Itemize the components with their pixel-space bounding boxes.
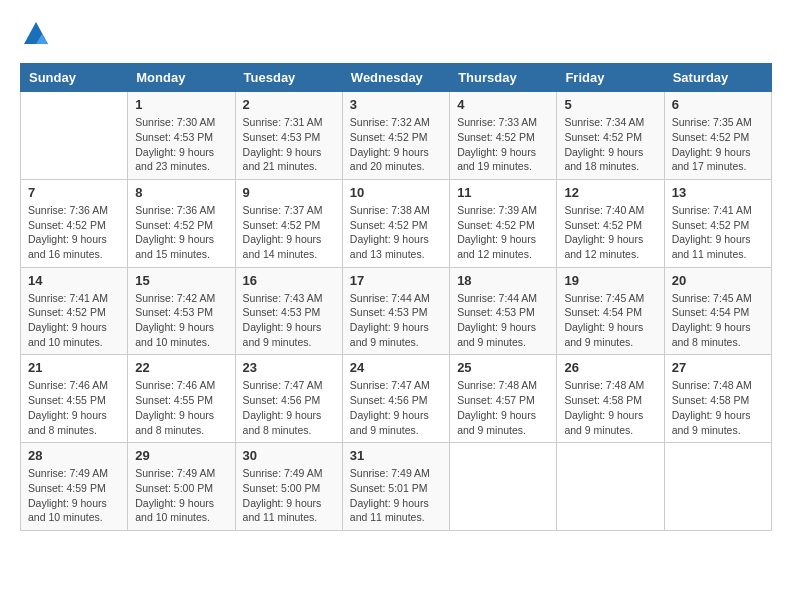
day-info: Sunrise: 7:49 AM Sunset: 5:00 PM Dayligh… (243, 466, 335, 525)
day-info: Sunrise: 7:37 AM Sunset: 4:52 PM Dayligh… (243, 203, 335, 262)
calendar-cell: 18Sunrise: 7:44 AM Sunset: 4:53 PM Dayli… (450, 267, 557, 355)
day-number: 22 (135, 360, 227, 375)
day-info: Sunrise: 7:45 AM Sunset: 4:54 PM Dayligh… (564, 291, 656, 350)
calendar-cell: 9Sunrise: 7:37 AM Sunset: 4:52 PM Daylig… (235, 179, 342, 267)
day-number: 19 (564, 273, 656, 288)
calendar-table: SundayMondayTuesdayWednesdayThursdayFrid… (20, 63, 772, 531)
day-info: Sunrise: 7:49 AM Sunset: 5:00 PM Dayligh… (135, 466, 227, 525)
day-info: Sunrise: 7:36 AM Sunset: 4:52 PM Dayligh… (28, 203, 120, 262)
day-number: 31 (350, 448, 442, 463)
logo-icon (22, 20, 50, 48)
calendar-cell: 4Sunrise: 7:33 AM Sunset: 4:52 PM Daylig… (450, 92, 557, 180)
day-number: 2 (243, 97, 335, 112)
calendar-cell (664, 443, 771, 531)
day-info: Sunrise: 7:46 AM Sunset: 4:55 PM Dayligh… (135, 378, 227, 437)
day-info: Sunrise: 7:46 AM Sunset: 4:55 PM Dayligh… (28, 378, 120, 437)
day-number: 1 (135, 97, 227, 112)
calendar-cell: 20Sunrise: 7:45 AM Sunset: 4:54 PM Dayli… (664, 267, 771, 355)
day-number: 8 (135, 185, 227, 200)
calendar-cell: 2Sunrise: 7:31 AM Sunset: 4:53 PM Daylig… (235, 92, 342, 180)
calendar-cell: 27Sunrise: 7:48 AM Sunset: 4:58 PM Dayli… (664, 355, 771, 443)
day-info: Sunrise: 7:44 AM Sunset: 4:53 PM Dayligh… (350, 291, 442, 350)
calendar-header-row: SundayMondayTuesdayWednesdayThursdayFrid… (21, 64, 772, 92)
header-sunday: Sunday (21, 64, 128, 92)
day-info: Sunrise: 7:44 AM Sunset: 4:53 PM Dayligh… (457, 291, 549, 350)
day-number: 10 (350, 185, 442, 200)
day-number: 20 (672, 273, 764, 288)
day-number: 17 (350, 273, 442, 288)
day-info: Sunrise: 7:33 AM Sunset: 4:52 PM Dayligh… (457, 115, 549, 174)
page-header (20, 20, 772, 53)
day-number: 27 (672, 360, 764, 375)
day-number: 30 (243, 448, 335, 463)
calendar-cell: 3Sunrise: 7:32 AM Sunset: 4:52 PM Daylig… (342, 92, 449, 180)
calendar-cell: 13Sunrise: 7:41 AM Sunset: 4:52 PM Dayli… (664, 179, 771, 267)
calendar-cell (557, 443, 664, 531)
day-info: Sunrise: 7:48 AM Sunset: 4:58 PM Dayligh… (564, 378, 656, 437)
day-info: Sunrise: 7:48 AM Sunset: 4:57 PM Dayligh… (457, 378, 549, 437)
calendar-cell: 30Sunrise: 7:49 AM Sunset: 5:00 PM Dayli… (235, 443, 342, 531)
calendar-cell: 25Sunrise: 7:48 AM Sunset: 4:57 PM Dayli… (450, 355, 557, 443)
calendar-cell: 23Sunrise: 7:47 AM Sunset: 4:56 PM Dayli… (235, 355, 342, 443)
day-info: Sunrise: 7:41 AM Sunset: 4:52 PM Dayligh… (672, 203, 764, 262)
calendar-week-5: 28Sunrise: 7:49 AM Sunset: 4:59 PM Dayli… (21, 443, 772, 531)
day-number: 12 (564, 185, 656, 200)
day-number: 11 (457, 185, 549, 200)
header-thursday: Thursday (450, 64, 557, 92)
day-number: 24 (350, 360, 442, 375)
day-number: 18 (457, 273, 549, 288)
day-number: 29 (135, 448, 227, 463)
day-number: 16 (243, 273, 335, 288)
day-info: Sunrise: 7:36 AM Sunset: 4:52 PM Dayligh… (135, 203, 227, 262)
header-monday: Monday (128, 64, 235, 92)
day-number: 5 (564, 97, 656, 112)
day-info: Sunrise: 7:34 AM Sunset: 4:52 PM Dayligh… (564, 115, 656, 174)
day-number: 13 (672, 185, 764, 200)
calendar-cell: 19Sunrise: 7:45 AM Sunset: 4:54 PM Dayli… (557, 267, 664, 355)
calendar-cell: 21Sunrise: 7:46 AM Sunset: 4:55 PM Dayli… (21, 355, 128, 443)
day-info: Sunrise: 7:41 AM Sunset: 4:52 PM Dayligh… (28, 291, 120, 350)
calendar-cell: 31Sunrise: 7:49 AM Sunset: 5:01 PM Dayli… (342, 443, 449, 531)
calendar-cell: 5Sunrise: 7:34 AM Sunset: 4:52 PM Daylig… (557, 92, 664, 180)
day-number: 21 (28, 360, 120, 375)
header-saturday: Saturday (664, 64, 771, 92)
calendar-cell: 14Sunrise: 7:41 AM Sunset: 4:52 PM Dayli… (21, 267, 128, 355)
day-info: Sunrise: 7:47 AM Sunset: 4:56 PM Dayligh… (243, 378, 335, 437)
calendar-cell: 11Sunrise: 7:39 AM Sunset: 4:52 PM Dayli… (450, 179, 557, 267)
calendar-cell: 6Sunrise: 7:35 AM Sunset: 4:52 PM Daylig… (664, 92, 771, 180)
day-number: 3 (350, 97, 442, 112)
day-number: 4 (457, 97, 549, 112)
day-number: 15 (135, 273, 227, 288)
calendar-cell: 12Sunrise: 7:40 AM Sunset: 4:52 PM Dayli… (557, 179, 664, 267)
calendar-week-3: 14Sunrise: 7:41 AM Sunset: 4:52 PM Dayli… (21, 267, 772, 355)
calendar-cell: 28Sunrise: 7:49 AM Sunset: 4:59 PM Dayli… (21, 443, 128, 531)
day-info: Sunrise: 7:45 AM Sunset: 4:54 PM Dayligh… (672, 291, 764, 350)
header-friday: Friday (557, 64, 664, 92)
day-info: Sunrise: 7:48 AM Sunset: 4:58 PM Dayligh… (672, 378, 764, 437)
day-info: Sunrise: 7:47 AM Sunset: 4:56 PM Dayligh… (350, 378, 442, 437)
day-number: 7 (28, 185, 120, 200)
day-number: 9 (243, 185, 335, 200)
calendar-cell: 16Sunrise: 7:43 AM Sunset: 4:53 PM Dayli… (235, 267, 342, 355)
day-number: 28 (28, 448, 120, 463)
calendar-cell: 17Sunrise: 7:44 AM Sunset: 4:53 PM Dayli… (342, 267, 449, 355)
day-info: Sunrise: 7:40 AM Sunset: 4:52 PM Dayligh… (564, 203, 656, 262)
day-number: 25 (457, 360, 549, 375)
day-info: Sunrise: 7:43 AM Sunset: 4:53 PM Dayligh… (243, 291, 335, 350)
calendar-cell (21, 92, 128, 180)
calendar-cell: 29Sunrise: 7:49 AM Sunset: 5:00 PM Dayli… (128, 443, 235, 531)
calendar-cell: 26Sunrise: 7:48 AM Sunset: 4:58 PM Dayli… (557, 355, 664, 443)
day-info: Sunrise: 7:30 AM Sunset: 4:53 PM Dayligh… (135, 115, 227, 174)
day-number: 6 (672, 97, 764, 112)
header-wednesday: Wednesday (342, 64, 449, 92)
day-info: Sunrise: 7:39 AM Sunset: 4:52 PM Dayligh… (457, 203, 549, 262)
calendar-week-2: 7Sunrise: 7:36 AM Sunset: 4:52 PM Daylig… (21, 179, 772, 267)
day-number: 26 (564, 360, 656, 375)
calendar-cell: 8Sunrise: 7:36 AM Sunset: 4:52 PM Daylig… (128, 179, 235, 267)
day-info: Sunrise: 7:49 AM Sunset: 5:01 PM Dayligh… (350, 466, 442, 525)
calendar-week-1: 1Sunrise: 7:30 AM Sunset: 4:53 PM Daylig… (21, 92, 772, 180)
day-info: Sunrise: 7:42 AM Sunset: 4:53 PM Dayligh… (135, 291, 227, 350)
day-info: Sunrise: 7:31 AM Sunset: 4:53 PM Dayligh… (243, 115, 335, 174)
calendar-cell: 1Sunrise: 7:30 AM Sunset: 4:53 PM Daylig… (128, 92, 235, 180)
calendar-cell (450, 443, 557, 531)
